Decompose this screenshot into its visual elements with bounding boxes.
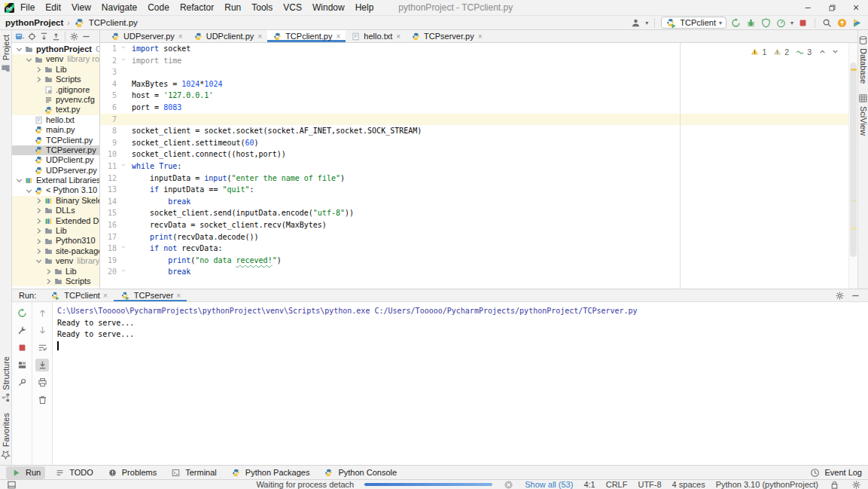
editor-tab-tcpclient-py[interactable]: TCPclient.py× [267, 30, 346, 42]
menu-vcs[interactable]: VCS [278, 0, 307, 15]
tree-collapsed-arrow-icon[interactable] [44, 267, 53, 277]
event-log-button[interactable]: Event Log [809, 467, 862, 478]
wrench-icon[interactable] [15, 324, 29, 337]
tab-close-icon[interactable]: × [336, 32, 340, 41]
bug-icon[interactable] [745, 17, 757, 29]
fold-marker-icon[interactable] [117, 266, 129, 278]
tool-strip-sciview[interactable]: SciView [857, 88, 868, 140]
minus-icon[interactable] [81, 31, 92, 42]
tree-item-text-py[interactable]: text.py [12, 105, 99, 115]
expandall-icon[interactable] [38, 31, 50, 42]
menu-refactor[interactable]: Refactor [175, 0, 219, 15]
tool-strip-project[interactable]: Project [0, 30, 11, 78]
fold-marker-icon[interactable] [117, 55, 129, 67]
tree-item-extended-definiti[interactable]: Extended Definiti [12, 216, 99, 226]
run-tab-close-icon[interactable]: × [176, 292, 181, 300]
cancel-icon[interactable] [503, 479, 514, 489]
maximize-button[interactable] [820, 0, 844, 16]
tree-item-lib[interactable]: Lib [12, 226, 99, 236]
tree-item-pyvenv-cfg[interactable]: pyvenv.cfg [12, 95, 99, 105]
chev-down-icon[interactable] [830, 46, 841, 57]
tree-item-tcpclient-py[interactable]: TCPclient.py [12, 136, 99, 145]
editor-tab-udpclient-py[interactable]: UDPclient.py× [188, 30, 267, 42]
run-config-selector[interactable]: TCPclient▾ [661, 17, 726, 29]
tree-item-lib[interactable]: Lib [12, 65, 99, 75]
tree-item-tcpserver-py[interactable]: TCPserver.py [12, 145, 99, 155]
tree-item-udpserver-py[interactable]: UDPserver.py [12, 166, 99, 176]
panelview-icon[interactable] [14, 31, 26, 42]
tool-strip-database[interactable]: Database [857, 30, 868, 88]
tool-window-button-run[interactable]: Run [6, 466, 45, 479]
tree-item-dlls[interactable]: DLLs [12, 206, 99, 215]
tree-item-venv[interactable]: venvlibrary root [12, 256, 99, 266]
menu-run[interactable]: Run [219, 0, 246, 15]
tree-item-venv[interactable]: venvlibrary root [12, 54, 99, 64]
tree-expanded-arrow-icon[interactable] [35, 256, 43, 266]
trash-icon[interactable] [35, 393, 49, 406]
status-item-2[interactable]: UTF-8 [638, 480, 661, 489]
stop-red-icon[interactable] [15, 341, 29, 354]
tool-window-button-python-console[interactable]: Python Console [318, 466, 401, 479]
minimize-button[interactable]: – [796, 0, 820, 16]
code-editor[interactable]: 1import socket2import time34MaxBytes = 1… [100, 43, 857, 289]
run-tab-tcpserver[interactable]: TCPserver× [114, 289, 187, 301]
rerun-icon[interactable] [15, 307, 29, 319]
tab-close-icon[interactable]: × [478, 32, 483, 41]
chev-up-icon[interactable] [817, 46, 828, 57]
tree-item--python-3-10-pytho[interactable]: < Python 3.10 (pytho [12, 185, 99, 195]
tree-expanded-arrow-icon[interactable] [25, 186, 33, 196]
fold-marker-icon[interactable] [117, 43, 129, 55]
tree-item-udpclient-py[interactable]: UDPclient.py [12, 155, 99, 165]
editor-tab-udpserver-py[interactable]: UDPserver.py× [105, 30, 188, 42]
tree-collapsed-arrow-icon[interactable] [35, 196, 43, 206]
locate-icon[interactable] [26, 31, 38, 42]
tree-collapsed-arrow-icon[interactable] [35, 226, 43, 236]
weak-warning-stripe-mark[interactable] [851, 200, 857, 202]
breadcrumb-file[interactable]: TCPclient.py [89, 18, 138, 27]
tree-expanded-arrow-icon[interactable] [25, 55, 33, 65]
menu-tools[interactable]: Tools [246, 0, 278, 15]
tree-item-scripts[interactable]: Scripts [12, 75, 99, 84]
menu-edit[interactable]: Edit [40, 0, 66, 15]
tree-item-external-libraries[interactable]: External Libraries [12, 176, 99, 185]
minus-icon[interactable] [850, 290, 861, 301]
layout-icon[interactable] [15, 359, 29, 371]
tree-item--gitignore[interactable]: .gitignore [12, 85, 99, 95]
search-icon[interactable] [821, 17, 833, 29]
tool-strip-structure[interactable]: Structure [0, 352, 11, 408]
tree-item-python310[interactable]: Python310librar [12, 236, 99, 246]
warning-stripe-mark[interactable] [851, 69, 857, 71]
softwrap-icon[interactable] [35, 341, 49, 354]
menu-navigate[interactable]: Navigate [96, 0, 142, 15]
tool-strip-favorites[interactable]: Favorites [0, 408, 11, 465]
tree-expanded-arrow-icon[interactable] [15, 176, 23, 185]
tree-expanded-arrow-icon[interactable] [15, 44, 23, 54]
status-item-4[interactable]: Python 3.10 (pythonProject) [716, 480, 818, 489]
tool-window-button-todo[interactable]: TODO [50, 466, 98, 479]
tool-window-button-problems[interactable]: Problems [102, 466, 161, 479]
status-item-1[interactable]: CRLF [606, 480, 628, 489]
tree-item-binary-skeletons[interactable]: Binary Skeletons [12, 196, 99, 206]
editor-tab-hello-txt[interactable]: hello.txt× [346, 30, 406, 42]
editor-tab-tcpserver-py[interactable]: TCPserver.py× [406, 30, 487, 42]
status-item-3[interactable]: 4 spaces [672, 480, 705, 489]
gear-icon[interactable] [69, 31, 80, 42]
menu-window[interactable]: Window [307, 0, 350, 15]
gear-icon[interactable] [834, 290, 845, 301]
fold-marker-icon[interactable] [117, 243, 129, 255]
tree-item-scripts[interactable]: Scripts [12, 277, 99, 286]
tree-item-site-packages[interactable]: site-packages [12, 246, 99, 256]
tree-collapsed-arrow-icon[interactable] [35, 65, 43, 75]
editor-scrollbar[interactable] [848, 43, 857, 289]
show-all-link[interactable]: Show all (53) [525, 480, 573, 489]
tree-collapsed-arrow-icon[interactable] [35, 216, 43, 226]
tree-collapsed-arrow-icon[interactable] [35, 206, 43, 215]
tool-window-button-terminal[interactable]: Terminal [166, 466, 221, 479]
arrow-up-icon[interactable] [35, 307, 49, 319]
feature-icon[interactable] [851, 17, 863, 29]
status-item-0[interactable]: 4:1 [583, 480, 595, 489]
lock-icon[interactable] [829, 479, 840, 489]
user-icon[interactable] [630, 17, 641, 29]
tab-close-icon[interactable]: × [396, 32, 400, 41]
corner-icon[interactable] [6, 479, 17, 489]
